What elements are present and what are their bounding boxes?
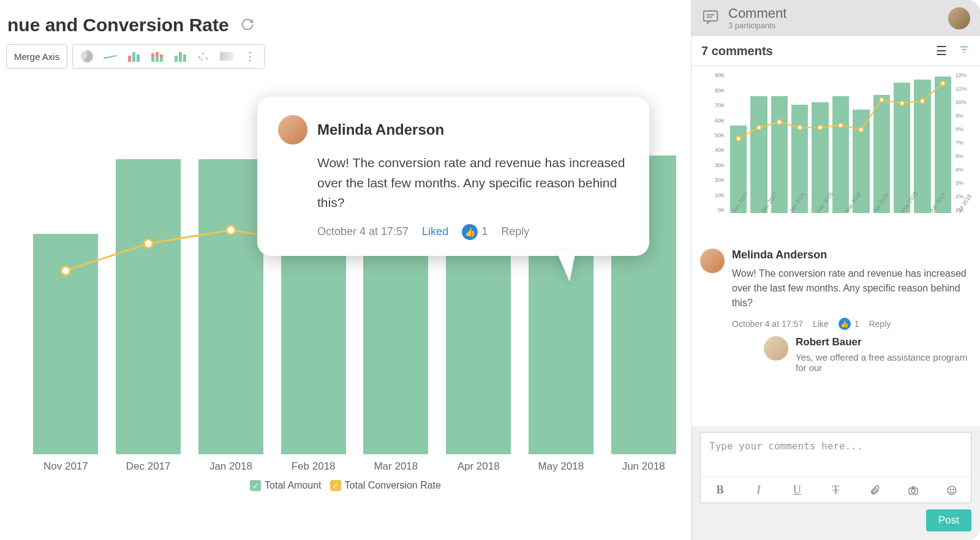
chart-type-map[interactable]: [216, 47, 237, 66]
comment-text: Wow! The conversion rate and revenue has…: [732, 266, 971, 310]
filter-icon[interactable]: [958, 44, 970, 58]
bar[interactable]: [116, 159, 181, 454]
chart-type-group: ⋮: [72, 44, 265, 69]
like-count: 👍1: [462, 224, 488, 240]
list-view-icon[interactable]: ☰: [936, 43, 947, 58]
mini-bar: [750, 96, 767, 213]
x-tick-label: Feb 2018: [272, 460, 355, 473]
camera-button[interactable]: [894, 485, 932, 496]
x-tick-label: Apr 2018: [437, 460, 520, 473]
x-tick-label: Jun 2018: [602, 460, 685, 473]
reply-button[interactable]: Reply: [501, 225, 529, 238]
strike-button[interactable]: T: [816, 484, 855, 497]
avatar: [278, 115, 307, 144]
chart-type-combo[interactable]: [170, 47, 190, 66]
chart-more-options[interactable]: ⋮: [239, 47, 260, 66]
reply-author: Robert Bauer: [796, 336, 971, 348]
chart-legend: ✓Total Amount ✓Total Conversion Rate: [0, 480, 691, 491]
bold-button[interactable]: B: [701, 484, 739, 497]
chart-pane: nue and Conversion Rate Merge Axis ⋮ Nov…: [0, 0, 691, 540]
comment-input[interactable]: [701, 433, 971, 474]
comments-list: Melinda Anderson Wow! The conversion rat…: [692, 238, 980, 426]
bar[interactable]: [33, 234, 98, 454]
x-tick-label: Jan 2018: [190, 460, 273, 473]
liked-button[interactable]: Liked: [422, 225, 448, 238]
comment-bubble: Melinda Anderson Wow! The conversion rat…: [257, 97, 649, 256]
comment-author: Melinda Anderson: [732, 249, 971, 261]
current-user-avatar[interactable]: [948, 7, 970, 29]
comment-panel: Comment 3 participants 7 comments ☰ 90K8…: [691, 0, 980, 540]
legend-conversion-rate: ✓Total Conversion Rate: [330, 480, 441, 491]
chart-type-pie[interactable]: [77, 47, 97, 66]
merge-axis-button[interactable]: Merge Axis: [6, 44, 67, 69]
like-count: 👍1: [839, 318, 859, 330]
comment-item: Melinda Anderson Wow! The conversion rat…: [700, 249, 971, 373]
chart-type-bar[interactable]: [123, 47, 144, 66]
svg-point-28: [950, 489, 951, 490]
comment-icon: [701, 8, 720, 29]
mini-chart[interactable]: 90K80K70K60K50K40K30K20K10K0K 12%11%10%9…: [692, 66, 980, 238]
comment-reply-item: Robert Bauer Yes, we offered a free assi…: [764, 336, 971, 373]
like-button[interactable]: Like: [813, 319, 829, 329]
panel-title: Comment: [728, 6, 786, 21]
bubble-text: Wow! The conversion rate and revenue has…: [317, 153, 628, 213]
avatar: [700, 249, 725, 273]
comment-count: 7 comments: [701, 44, 773, 58]
compose-area: B I U T Post: [692, 426, 980, 540]
svg-point-26: [911, 489, 915, 492]
x-tick-label: Nov 2017: [24, 460, 107, 473]
svg-point-29: [952, 489, 954, 490]
bar[interactable]: [198, 159, 263, 454]
chart-type-stacked-bar[interactable]: [146, 47, 167, 66]
comment-time: October 4 at 17:57: [732, 319, 803, 329]
panel-subtitle: 3 participants: [728, 21, 786, 30]
avatar: [764, 336, 788, 361]
attachment-button[interactable]: [855, 485, 894, 496]
mini-bar: [894, 83, 910, 213]
format-toolbar: B I U T: [701, 477, 971, 503]
svg-rect-8: [704, 11, 718, 21]
reply-button[interactable]: Reply: [869, 319, 891, 329]
thumb-icon: 👍: [839, 318, 851, 330]
emoji-button[interactable]: [932, 485, 971, 496]
bubble-time: October 4 at 17:57: [317, 225, 409, 238]
legend-total-amount: ✓Total Amount: [250, 480, 322, 491]
thumb-icon: 👍: [462, 224, 478, 240]
page-title: nue and Conversion Rate: [7, 15, 229, 36]
x-tick-label: May 2018: [520, 460, 603, 473]
italic-button[interactable]: I: [739, 484, 778, 497]
chart-toolbar: Merge Axis ⋮: [0, 44, 691, 75]
reply-text: Yes, we offered a free assistance progra…: [796, 352, 971, 373]
comment-panel-header: Comment 3 participants: [692, 0, 980, 36]
chart-type-line[interactable]: [100, 47, 121, 66]
svg-point-27: [948, 486, 956, 495]
bubble-author: Melinda Anderson: [317, 121, 444, 138]
refresh-button[interactable]: [240, 18, 255, 32]
underline-button[interactable]: U: [778, 484, 816, 497]
x-tick-label: Mar 2018: [355, 460, 437, 473]
chart-type-scatter[interactable]: [193, 47, 214, 66]
post-button[interactable]: Post: [926, 509, 971, 531]
x-tick-label: Dec 2017: [107, 460, 190, 473]
